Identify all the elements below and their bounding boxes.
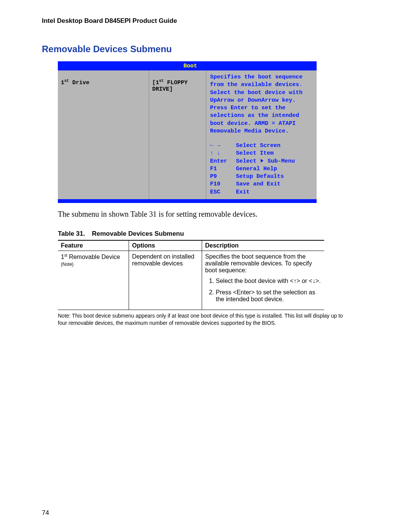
legend-row: F10Save and Exit (210, 181, 313, 188)
legend-row: F1General Help (210, 165, 313, 173)
legend-row: ↑ ↓Select Item (210, 150, 313, 157)
page-number: 74 (42, 509, 49, 517)
bios-drive-label: 1st Drive (61, 79, 146, 86)
bios-value-pane: [1st FLOPPY DRIVE] (149, 70, 206, 199)
legend-row: Enter Select Sub-Menu (210, 158, 313, 165)
intro-paragraph: The submenu in shown Table 31 is for set… (58, 210, 369, 219)
section-heading: Removable Devices Submenu (42, 44, 369, 54)
bios-help-pane: Specifies the boot sequence from the ava… (206, 70, 317, 199)
col-header-description: Description (202, 240, 325, 251)
document-header: Intel Desktop Board D845EPI Product Guid… (42, 17, 369, 25)
triangle-right-icon (261, 159, 263, 163)
table-row: 1st Removable Device (Note) Dependent on… (58, 251, 324, 310)
feature-table: Feature Options Description 1st Removabl… (58, 240, 324, 310)
legend-row: ESCExit (210, 189, 313, 196)
legend-row: ← →Select Screen (210, 142, 313, 150)
bios-menu-bar: Boot (58, 61, 317, 70)
bios-bottom-bar (58, 199, 317, 203)
col-header-options: Options (129, 240, 202, 251)
bios-drive-value: [1st FLOPPY DRIVE] (152, 79, 203, 93)
bios-help-text: Specifies the boot sequence from the ava… (210, 73, 313, 135)
bios-key-legend: ← →Select Screen ↑ ↓Select Item Enter Se… (210, 142, 313, 196)
cell-options: Dependent on installed removable devices (129, 251, 202, 310)
cell-feature: 1st Removable Device (Note) (58, 251, 129, 310)
legend-row: P9Setup Defaults (210, 173, 313, 181)
bios-screenshot: Boot 1st Drive [1st FLOPPY DRIVE] Specif… (58, 61, 317, 203)
cell-description: Specifies the boot sequence from the ava… (202, 251, 325, 310)
list-item: Press <Enter> to set the selection as th… (216, 289, 321, 303)
table-caption: Table 31.Removable Devices Submenu (58, 230, 369, 238)
bios-left-pane: 1st Drive (58, 70, 149, 199)
list-item: Select the boot device with <↑> or <↓>. (216, 278, 321, 284)
bios-tab-boot: Boot (58, 63, 197, 69)
table-footnote: Note: This boot device submenu appears o… (58, 312, 347, 327)
col-header-feature: Feature (58, 240, 129, 251)
